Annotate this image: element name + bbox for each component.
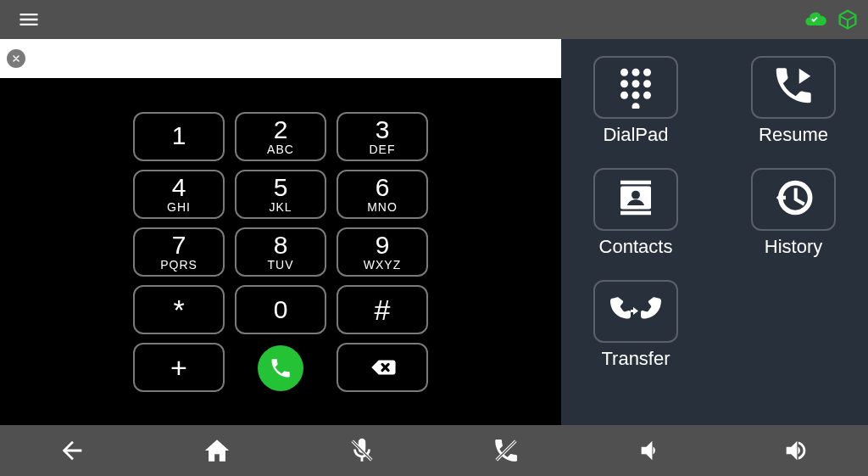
contacts-icon	[613, 175, 659, 224]
dialpad-icon	[613, 63, 659, 112]
dialpad-panel: 1 2ABC 3DEF 4GHI 5JKL 6MNO 7PQRS 8TUV 9W…	[0, 39, 561, 425]
svg-point-2	[643, 69, 651, 76]
svg-point-4	[632, 80, 640, 87]
tile-dialpad-label: DialPad	[603, 124, 668, 146]
key-star[interactable]: *	[133, 285, 225, 334]
key-4[interactable]: 4GHI	[133, 170, 225, 219]
mic-mute-button[interactable]	[342, 430, 382, 471]
home-button[interactable]	[197, 430, 237, 471]
history-icon	[771, 175, 816, 224]
resume-call-icon	[771, 63, 816, 112]
tile-resume[interactable]: Resume	[734, 56, 853, 146]
volume-down-button[interactable]	[631, 430, 671, 471]
actions-panel: DialPad Resume Contacts	[561, 39, 868, 425]
dialpad-grid: 1 2ABC 3DEF 4GHI 5JKL 6MNO 7PQRS 8TUV 9W…	[133, 112, 428, 392]
tile-dialpad[interactable]: DialPad	[576, 56, 695, 146]
key-9[interactable]: 9WXYZ	[337, 227, 428, 277]
svg-point-0	[620, 69, 628, 76]
svg-point-5	[643, 80, 651, 87]
key-3[interactable]: 3DEF	[337, 112, 428, 161]
cube-icon	[836, 8, 860, 31]
key-hash[interactable]: #	[337, 285, 428, 334]
back-button[interactable]	[52, 430, 92, 471]
svg-rect-11	[620, 211, 651, 216]
cloud-check-icon	[804, 8, 827, 31]
tile-contacts-label: Contacts	[599, 236, 673, 258]
svg-point-7	[632, 92, 640, 99]
svg-point-1	[632, 69, 640, 76]
key-6[interactable]: 6MNO	[337, 170, 428, 219]
svg-point-8	[643, 92, 651, 99]
tile-resume-label: Resume	[759, 124, 828, 146]
key-8[interactable]: 8TUV	[235, 227, 326, 277]
tile-contacts[interactable]: Contacts	[576, 168, 695, 258]
bottom-bar	[0, 425, 868, 476]
key-plus[interactable]: +	[133, 343, 225, 392]
transfer-icon	[605, 290, 666, 333]
tile-transfer[interactable]: Transfer	[576, 280, 695, 370]
key-7[interactable]: 7PQRS	[133, 227, 225, 277]
svg-point-3	[620, 80, 628, 87]
key-0[interactable]: 0	[235, 285, 326, 334]
volume-up-button[interactable]	[776, 430, 816, 471]
call-button[interactable]	[258, 345, 303, 391]
key-2[interactable]: 2ABC	[235, 112, 326, 161]
svg-point-9	[632, 103, 640, 109]
end-call-button[interactable]	[486, 430, 526, 471]
hamburger-menu-icon[interactable]	[17, 8, 41, 31]
clear-input-button[interactable]	[7, 49, 25, 68]
key-1[interactable]: 1	[133, 112, 225, 161]
number-input[interactable]	[0, 39, 561, 78]
backspace-button[interactable]	[337, 343, 428, 392]
svg-point-13	[632, 191, 640, 199]
tile-history[interactable]: History	[734, 168, 853, 258]
svg-point-6	[620, 92, 628, 99]
tile-history-label: History	[765, 236, 822, 258]
svg-rect-10	[620, 181, 651, 185]
key-5[interactable]: 5JKL	[235, 170, 326, 219]
tile-transfer-label: Transfer	[601, 348, 670, 370]
top-bar	[0, 0, 868, 39]
